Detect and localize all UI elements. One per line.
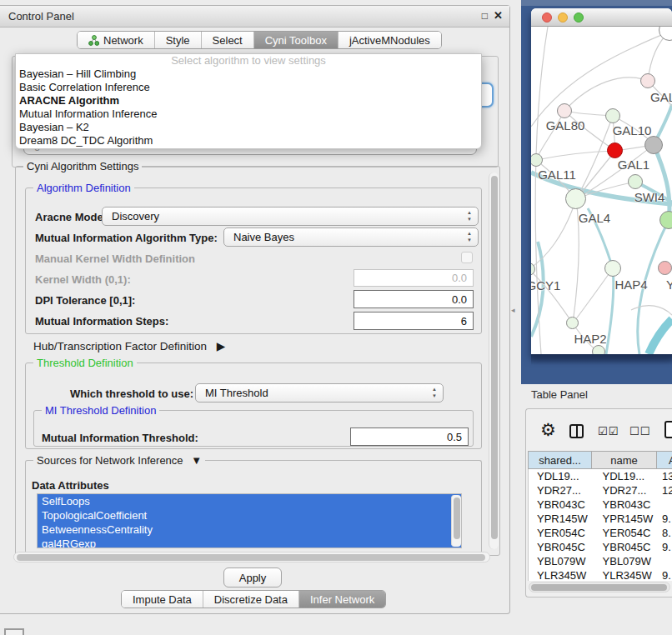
- table-row[interactable]: YPR145WYPR145W9.: [529, 512, 672, 526]
- table-row[interactable]: YDR27...YDR27...12: [529, 483, 672, 498]
- aracne-mode-label: Aracne Mode:: [35, 211, 107, 223]
- control-panel-titlebar: Control Panel: [0, 6, 509, 28]
- floating-grip-button[interactable]: [4, 628, 24, 635]
- algorithm-option[interactable]: Basic Correlation Inference: [16, 81, 481, 94]
- mi-threshold-field[interactable]: 0.5: [350, 428, 469, 446]
- table-row[interactable]: YBL079WYBL079W: [529, 554, 672, 568]
- expander-right-icon[interactable]: ▶: [217, 340, 225, 352]
- network-node[interactable]: [605, 108, 620, 123]
- close-panel-icon[interactable]: ✕: [494, 9, 503, 22]
- control-panel-title: Control Panel: [0, 10, 74, 22]
- window-drop-shadow: [531, 354, 672, 365]
- select-all-checkboxes-icon[interactable]: ☑☑: [598, 425, 619, 438]
- minimize-traffic-light[interactable]: [558, 12, 568, 22]
- data-attributes-list[interactable]: SelfLoops TopologicalCoefficient Between…: [37, 493, 462, 548]
- column-header-shared-name[interactable]: shared...: [528, 451, 592, 469]
- mi-type-label: Mutual Information Algorithm Type:: [35, 232, 218, 244]
- table-body[interactable]: YDL19...YDL19...13 YDR27...YDR27...12 YB…: [528, 469, 672, 581]
- tab-network-label: Network: [103, 34, 143, 47]
- panel-splitter-handle[interactable]: ◂: [511, 306, 515, 314]
- node-label: GCY1: [531, 278, 560, 292]
- mi-steps-label: Mutual Information Steps:: [35, 315, 168, 328]
- tab-network[interactable]: Network: [78, 32, 155, 48]
- network-node-pink[interactable]: [658, 261, 672, 275]
- table-horizontal-scrollbar[interactable]: [529, 582, 670, 592]
- tab-impute-data[interactable]: Impute Data: [122, 591, 203, 608]
- tab-discretize-data[interactable]: Discretize Data: [203, 591, 299, 608]
- float-window-icon[interactable]: □: [482, 10, 488, 22]
- node-label: Y: [666, 278, 672, 292]
- network-node[interactable]: [640, 73, 655, 88]
- network-node[interactable]: [659, 211, 672, 229]
- aracne-mode-combobox[interactable]: Discovery ▲▼: [102, 207, 479, 226]
- table-header-row: shared... name A: [528, 451, 672, 469]
- manual-kernel-checkbox[interactable]: [461, 252, 473, 263]
- tab-jactivemnodules[interactable]: jActiveMNodules: [339, 32, 441, 48]
- tab-infer-network[interactable]: Infer Network: [299, 591, 385, 608]
- network-canvas[interactable]: GAL GAL80 GAL10 GAL1 GAL11 SWI4 GAL4 GCY…: [531, 27, 672, 354]
- tab-cyni-toolbox[interactable]: Cyni Toolbox: [254, 32, 339, 48]
- cyni-bottom-tabbar: Impute Data Discretize Data Infer Networ…: [121, 590, 386, 608]
- mi-type-combobox[interactable]: Naive Bayes ▲▼: [223, 228, 479, 247]
- hub-definition-expander[interactable]: Hub/Transcription Factor Definition ▶: [33, 339, 225, 352]
- network-window-titlebar: [531, 8, 672, 27]
- tab-select[interactable]: Select: [202, 32, 254, 48]
- network-node[interactable]: [566, 317, 579, 329]
- mi-threshold-definition-title: MI Threshold Definition: [42, 404, 159, 417]
- table-row[interactable]: YER054CYER054C8.: [529, 526, 672, 540]
- gear-icon[interactable]: ⚙: [540, 420, 556, 440]
- table-panel-title: Table Panel: [531, 388, 588, 401]
- attribute-item-selected[interactable]: SelfLoops: [38, 494, 461, 508]
- node-label: HAP2: [574, 332, 606, 346]
- settings-horizontal-scrollbar[interactable]: [13, 552, 490, 562]
- tab-style[interactable]: Style: [155, 32, 202, 48]
- network-node[interactable]: [557, 103, 572, 118]
- collapse-down-icon[interactable]: ▼: [191, 454, 202, 467]
- table-row[interactable]: YBR043CYBR043C: [529, 498, 672, 512]
- algorithm-option[interactable]: Mutual Information Inference: [16, 108, 481, 121]
- network-node-gray[interactable]: [644, 136, 663, 154]
- table-row[interactable]: YLR345WYLR345W9.: [529, 568, 672, 581]
- table-row[interactable]: YDL19...YDL19...13: [529, 469, 672, 483]
- attribute-item-selected[interactable]: BetweennessCentrality: [38, 522, 461, 537]
- deselect-all-checkboxes-icon[interactable]: ☐☐: [629, 425, 650, 438]
- cyni-settings-title: Cyni Algorithm Settings: [23, 160, 142, 172]
- column-header-name[interactable]: name: [592, 451, 657, 469]
- combo-arrows-icon: ▲▼: [467, 209, 472, 222]
- network-view-frame: GAL GAL80 GAL10 GAL1 GAL11 SWI4 GAL4 GCY…: [521, 0, 672, 384]
- table-toolbar: ⚙ ☑☑ ☐☐: [526, 409, 672, 449]
- node-label: SWI4: [634, 190, 665, 204]
- column-header-clipped[interactable]: A: [657, 451, 672, 469]
- file-icon[interactable]: [664, 421, 672, 438]
- dpi-tolerance-field[interactable]: 0.0: [354, 290, 474, 308]
- attribute-item-selected[interactable]: TopologicalCoefficient: [38, 508, 461, 522]
- network-tab-icon: [88, 35, 99, 46]
- network-node[interactable]: [565, 188, 586, 209]
- combo-arrows-icon: ▲▼: [432, 386, 437, 399]
- attribute-item-selected[interactable]: gal4RGexp: [38, 537, 461, 548]
- columns-icon[interactable]: [569, 424, 584, 438]
- kernel-width-label: Kernel Width (0,1):: [35, 273, 131, 286]
- mi-steps-field[interactable]: 6: [354, 312, 474, 330]
- close-traffic-light[interactable]: [542, 12, 552, 22]
- network-node[interactable]: [628, 174, 643, 189]
- network-node-red[interactable]: [607, 142, 623, 158]
- algorithm-option-selected[interactable]: ARACNE Algorithm: [16, 94, 481, 108]
- node-label: GAL10: [613, 123, 652, 138]
- threshold-definition-title: Threshold Definition: [33, 357, 137, 369]
- node-label: GAL80: [546, 118, 585, 132]
- algorithm-option[interactable]: Bayesian – K2: [16, 121, 481, 134]
- kernel-width-field[interactable]: 0.0: [354, 269, 474, 287]
- attribute-list-scrollbar[interactable]: [451, 495, 461, 547]
- table-row[interactable]: YBR045CYBR045C9.: [529, 540, 672, 554]
- apply-button[interactable]: Apply: [223, 568, 282, 588]
- network-node[interactable]: [592, 345, 605, 354]
- algorithm-option[interactable]: Dream8 DC_TDC Algorithm: [16, 134, 481, 148]
- sources-title: Sources for Network Inference ▼: [33, 454, 205, 467]
- settings-vertical-scrollbar[interactable]: [489, 172, 499, 549]
- which-threshold-combobox[interactable]: MI Threshold ▲▼: [195, 383, 444, 402]
- network-window: GAL GAL80 GAL10 GAL1 GAL11 SWI4 GAL4 GCY…: [531, 8, 672, 354]
- algorithm-option[interactable]: Bayesian – Hill Climbing: [16, 68, 481, 81]
- network-node[interactable]: [604, 260, 621, 277]
- zoom-traffic-light[interactable]: [574, 12, 584, 22]
